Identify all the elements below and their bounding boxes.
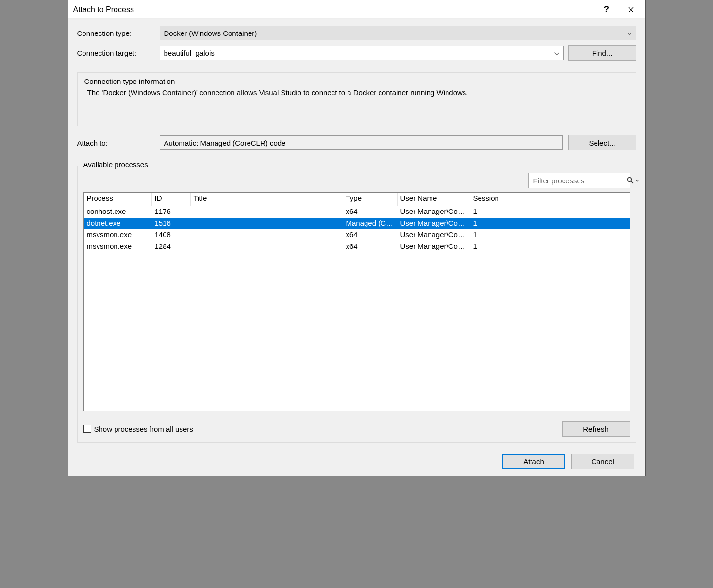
table-cell: 1 [470,241,514,253]
table-cell: 1284 [152,241,191,253]
col-user[interactable]: User Name [398,193,470,206]
process-table-header: Process ID Title Type User Name Session [84,193,630,206]
table-cell [191,206,343,218]
filter-processes-box[interactable] [528,173,630,188]
col-type[interactable]: Type [343,193,398,206]
filter-row [83,173,630,188]
refresh-button[interactable]: Refresh [562,421,630,437]
table-cell [191,218,343,229]
processes-bottom-row: Show processes from all users Refresh [83,421,630,437]
cancel-button[interactable]: Cancel [571,454,634,469]
chevron-down-icon [635,180,639,182]
process-table[interactable]: Process ID Title Type User Name Session … [83,192,630,411]
process-table-body: conhost.exe1176x64User Manager\Contai...… [84,206,630,253]
table-cell: 1 [470,206,514,218]
table-cell: x64 [343,241,398,253]
table-cell: conhost.exe [84,206,152,218]
table-cell: Managed (Cor... [343,218,398,229]
connection-info-group: Connection type information The 'Docker … [77,72,636,126]
attach-to-row: Attach to: Automatic: Managed (CoreCLR) … [77,135,636,150]
connection-target-label: Connection target: [77,49,160,57]
window-title: Attach to Process [73,5,597,14]
connection-type-dropdown[interactable]: Docker (Windows Container) [160,26,636,40]
table-cell [191,229,343,241]
close-icon [628,7,634,13]
search-button[interactable] [627,177,634,184]
table-cell: dotnet.exe [84,218,152,229]
attach-to-value: Automatic: Managed (CoreCLR) code [160,135,563,150]
connection-target-value: beautiful_galois [164,49,215,57]
help-button[interactable]: ? [597,2,617,17]
table-cell: User Manager\Contai... [398,241,470,253]
connection-type-value: Docker (Windows Container) [164,29,257,37]
search-icon [627,177,634,184]
table-row[interactable]: msvsmon.exe1408x64User Manager\Contai...… [84,229,630,241]
connection-target-combo[interactable]: beautiful_galois [160,46,564,60]
chevron-down-icon [627,29,632,37]
close-button[interactable] [621,2,641,17]
dialog-body: Connection type: Docker (Windows Contain… [68,19,645,476]
checkbox-icon [83,425,91,433]
table-row[interactable]: msvsmon.exe1284x64User Manager\Contai...… [84,241,630,253]
table-cell: 1516 [152,218,191,229]
available-processes-group: Available processes Process ID Title [77,166,636,443]
table-cell: msvsmon.exe [84,229,152,241]
attach-to-label: Attach to: [77,139,160,147]
connection-target-row: Connection target: beautiful_galois Find… [77,45,636,61]
table-cell: User Manager\Contai... [398,206,470,218]
show-all-users-label: Show processes from all users [94,425,193,433]
table-cell: msvsmon.exe [84,241,152,253]
table-row[interactable]: dotnet.exe1516Managed (Cor...User Manage… [84,218,630,229]
filter-dropdown-button[interactable] [635,180,639,182]
connection-type-label: Connection type: [77,29,160,37]
attach-to-process-dialog: Attach to Process ? Connection type: Doc… [68,0,646,476]
table-cell [191,241,343,253]
table-cell: 1 [470,218,514,229]
table-cell: 1408 [152,229,191,241]
col-title[interactable]: Title [191,193,343,206]
col-process[interactable]: Process [84,193,152,206]
available-processes-title: Available processes [82,161,630,169]
table-row[interactable]: conhost.exe1176x64User Manager\Contai...… [84,206,630,218]
table-cell: 1176 [152,206,191,218]
connection-type-row: Connection type: Docker (Windows Contain… [77,26,636,40]
table-cell: x64 [343,206,398,218]
svg-point-0 [627,178,631,182]
table-cell: x64 [343,229,398,241]
col-session[interactable]: Session [470,193,514,206]
dialog-footer: Attach Cancel [77,454,636,469]
filter-processes-input[interactable] [532,176,627,185]
connection-info-title: Connection type information [83,77,177,85]
table-cell: User Manager\Contai... [398,229,470,241]
attach-button[interactable]: Attach [502,454,565,469]
show-all-users-checkbox[interactable]: Show processes from all users [83,425,193,433]
table-cell: 1 [470,229,514,241]
titlebar: Attach to Process ? [68,0,645,19]
select-button[interactable]: Select... [568,135,636,150]
connection-info-text: The 'Docker (Windows Container)' connect… [84,88,629,97]
table-cell: User Manager\Contai... [398,218,470,229]
col-id[interactable]: ID [152,193,191,206]
chevron-down-icon [554,49,559,57]
find-button[interactable]: Find... [568,45,636,61]
